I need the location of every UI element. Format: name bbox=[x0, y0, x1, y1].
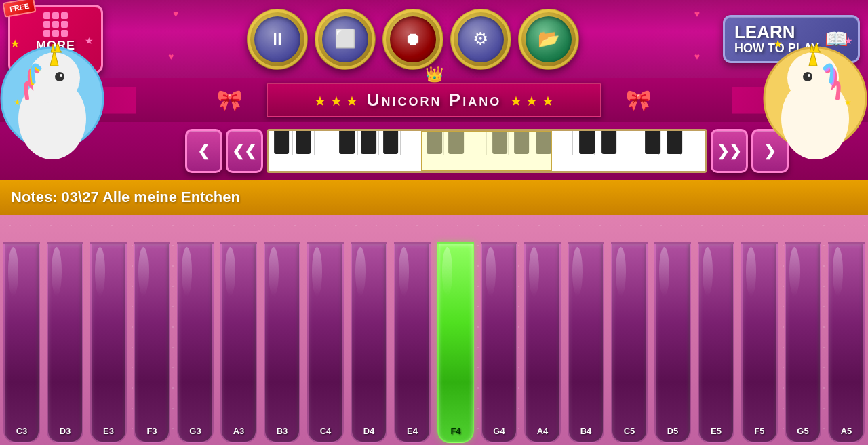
key-note-label: F3 bbox=[146, 426, 157, 436]
piano-key-e4[interactable]: E4 bbox=[391, 215, 434, 445]
title-stars-right: ★ ★ ★ bbox=[510, 94, 554, 109]
piano-section: C3 D3 E3 F3 G3 A3 bbox=[0, 215, 868, 445]
heart-deco-left2: ♥ bbox=[168, 51, 174, 62]
piano-key-g4[interactable]: G4 bbox=[477, 215, 521, 445]
key-note-label: G4 bbox=[493, 426, 505, 436]
next-double-button[interactable]: ❯❯ bbox=[711, 129, 748, 173]
key-note-label: G3 bbox=[189, 426, 201, 436]
title-stars-left: ★ ★ ★ bbox=[314, 94, 358, 109]
piano-key-b4[interactable]: B4 bbox=[564, 215, 608, 445]
key-note-label: E4 bbox=[407, 426, 418, 436]
piano-key-c3[interactable]: C3 bbox=[0, 215, 43, 445]
key-note-label: C5 bbox=[624, 426, 635, 436]
key-note-label: A5 bbox=[841, 426, 852, 436]
title-section: 👑 🎀 ★ ★ ★ Unicorn Piano ★ ★ ★ 🎀 bbox=[0, 78, 868, 122]
piano-key-f4[interactable]: F4 bbox=[434, 215, 477, 445]
notes-bar: Notes: 03\27 Alle meine Entchen bbox=[0, 180, 868, 215]
notes-info: Notes: 03\27 Alle meine Entchen bbox=[11, 189, 240, 206]
heart-deco-left: ♥ bbox=[173, 8, 178, 19]
crown-icon: 👑 bbox=[425, 66, 443, 83]
piano-key-a5[interactable]: A5 bbox=[825, 215, 868, 445]
key-note-label: G5 bbox=[797, 426, 808, 436]
piano-key-d4[interactable]: D4 bbox=[347, 215, 391, 445]
key-note-label: B3 bbox=[277, 426, 288, 436]
bow-right-icon: 🎀 bbox=[626, 88, 651, 112]
key-note-label: E3 bbox=[103, 426, 114, 436]
svg-text:★: ★ bbox=[844, 98, 852, 107]
pause-button[interactable]: ⏸ bbox=[247, 9, 308, 70]
svg-point-5 bbox=[60, 74, 62, 77]
key-note-label: F4 bbox=[450, 426, 460, 436]
key-note-label: C4 bbox=[320, 426, 332, 436]
prev-single-button[interactable]: ❮ bbox=[185, 129, 222, 173]
game-title: Unicorn Piano bbox=[367, 90, 501, 110]
key-note-label: A3 bbox=[233, 426, 245, 436]
unicorn-left: ★ ★ ★ bbox=[0, 10, 105, 187]
svg-point-14 bbox=[803, 72, 812, 81]
settings-button[interactable]: ⚙ bbox=[450, 9, 511, 70]
key-note-label: D3 bbox=[60, 426, 71, 436]
piano-key-d5[interactable]: D5 bbox=[651, 215, 694, 445]
svg-point-4 bbox=[55, 72, 64, 81]
keyboard-navigator: ★ ★ ★ ❮ ❮❮ // We'll draw this statically bbox=[0, 122, 868, 180]
piano-key-c4[interactable]: C4 bbox=[304, 215, 347, 445]
bow-left-icon: 🎀 bbox=[217, 88, 242, 112]
key-note-label: C3 bbox=[16, 426, 28, 436]
piano-key-g3[interactable]: G3 bbox=[174, 215, 217, 445]
prev-double-button[interactable]: ❮❮ bbox=[226, 129, 263, 173]
piano-key-d3[interactable]: D3 bbox=[43, 215, 87, 445]
key-note-label: D5 bbox=[667, 426, 679, 436]
svg-text:★: ★ bbox=[844, 35, 853, 46]
svg-text:★: ★ bbox=[85, 35, 94, 46]
key-note-label: F5 bbox=[754, 426, 764, 436]
record-button[interactable]: ⏺ bbox=[382, 9, 443, 70]
heart-deco-right2: ♥ bbox=[694, 51, 700, 62]
piano-key-e5[interactable]: E5 bbox=[694, 215, 738, 445]
svg-text:★: ★ bbox=[10, 38, 20, 50]
svg-point-15 bbox=[808, 74, 810, 77]
svg-text:★: ★ bbox=[773, 38, 783, 50]
piano-key-f3[interactable]: F3 bbox=[130, 215, 174, 445]
piano-key-g5[interactable]: G5 bbox=[781, 215, 825, 445]
key-note-label: D4 bbox=[363, 426, 375, 436]
key-note-label: A4 bbox=[537, 426, 549, 436]
unicorn-right: ★ ★ ★ bbox=[763, 10, 868, 187]
piano-keys-container: C3 D3 E3 F3 G3 A3 bbox=[0, 215, 868, 445]
key-note-label: E5 bbox=[711, 426, 722, 436]
piano-key-f5[interactable]: F5 bbox=[738, 215, 781, 445]
piano-key-e3[interactable]: E3 bbox=[87, 215, 130, 445]
title-banner: ★ ★ ★ Unicorn Piano ★ ★ ★ bbox=[267, 83, 601, 117]
stop-button[interactable]: ⬜ bbox=[315, 9, 376, 70]
piano-key-b3[interactable]: B3 bbox=[260, 215, 304, 445]
piano-key-a4[interactable]: A4 bbox=[521, 215, 564, 445]
key-note-label: B4 bbox=[580, 426, 592, 436]
mini-keyboard[interactable]: // We'll draw this statically bbox=[267, 129, 707, 173]
heart-deco-right: ♥ bbox=[694, 8, 700, 19]
folder-button[interactable]: 📂 bbox=[518, 9, 579, 70]
svg-text:★: ★ bbox=[14, 98, 21, 107]
center-controls: ⏸ ⬜ ⏺ ⚙ 📂 bbox=[247, 9, 579, 70]
piano-key-c5[interactable]: C5 bbox=[608, 215, 651, 445]
piano-key-a3[interactable]: A3 bbox=[217, 215, 260, 445]
